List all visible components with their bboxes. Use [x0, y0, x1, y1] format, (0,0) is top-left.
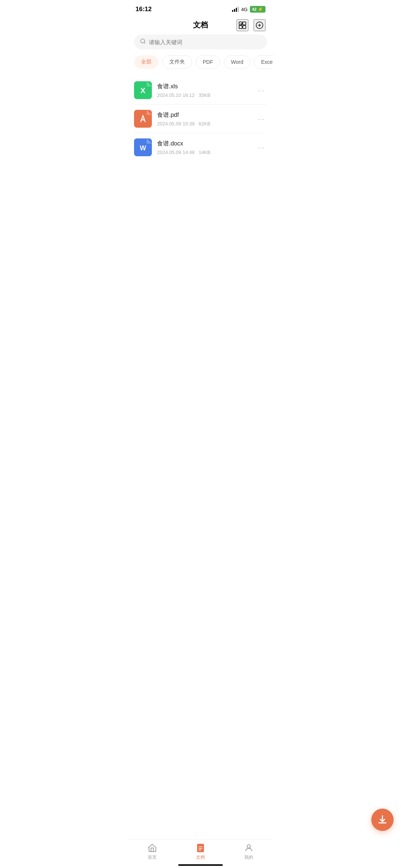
word-file-icon: W	[134, 138, 152, 156]
page-title: 文档	[193, 20, 208, 30]
status-time: 16:12	[136, 6, 151, 13]
battery-lightning-icon: ⚡	[258, 7, 263, 12]
filter-tab-word[interactable]: Word	[224, 55, 250, 69]
svg-rect-1	[243, 22, 246, 25]
file-name-pdf: 食谱.pdf	[157, 111, 255, 119]
file-info-pdf: 食谱.pdf 2024.05.09 15:39 62KB	[157, 111, 255, 127]
file-info-xls: 食谱.xls 2024.05.10 16:12 35KB	[157, 83, 255, 98]
status-right: 4G 42 ⚡	[232, 6, 265, 13]
file-icon-excel: X	[134, 81, 152, 99]
svg-rect-2	[239, 26, 242, 29]
file-more-button-pdf[interactable]: ···	[255, 113, 267, 125]
filter-tab-folder[interactable]: 文件夹	[162, 55, 192, 69]
battery-text: 42	[252, 7, 257, 12]
file-meta-xls: 2024.05.10 16:12 35KB	[157, 92, 255, 98]
file-info-docx: 食谱.docx 2024.05.09 14:48 14KB	[157, 140, 255, 155]
search-icon	[140, 38, 146, 46]
add-button[interactable]	[254, 19, 265, 31]
file-item-docx[interactable]: W 食谱.docx 2024.05.09 14:48 14KB ···	[134, 133, 267, 161]
filter-tab-all[interactable]: 全部	[134, 55, 159, 69]
search-container	[128, 35, 273, 55]
search-input[interactable]	[149, 39, 261, 45]
file-more-button-docx[interactable]: ···	[255, 141, 267, 153]
network-label: 4G	[241, 7, 247, 12]
svg-rect-3	[243, 26, 246, 29]
filter-tab-excel[interactable]: Excel	[254, 55, 273, 69]
svg-point-7	[141, 39, 145, 43]
header-actions	[237, 19, 265, 31]
file-meta-pdf: 2024.05.09 15:39 62KB	[157, 121, 255, 127]
pdf-file-icon	[134, 110, 152, 128]
select-all-icon	[238, 21, 247, 30]
file-name-docx: 食谱.docx	[157, 140, 255, 148]
file-icon-word: W	[134, 138, 152, 156]
file-icon-pdf	[134, 110, 152, 128]
select-all-button[interactable]	[237, 19, 248, 31]
header: 文档	[128, 16, 273, 35]
file-meta-docx: 2024.05.09 14:48 14KB	[157, 150, 255, 155]
status-bar: 16:12 4G 42 ⚡	[128, 0, 273, 16]
filter-tabs: 全部 文件夹 PDF Word Excel	[128, 55, 273, 76]
filter-tab-pdf[interactable]: PDF	[196, 55, 220, 69]
search-bar	[134, 35, 267, 49]
svg-text:X: X	[140, 86, 146, 95]
svg-line-8	[144, 42, 145, 43]
battery-indicator: 42 ⚡	[250, 6, 265, 13]
file-list: X 食谱.xls 2024.05.10 16:12 35KB ··· 食谱.pd…	[128, 76, 273, 161]
file-more-button-xls[interactable]: ···	[255, 84, 267, 96]
file-name-xls: 食谱.xls	[157, 83, 255, 91]
file-item-xls[interactable]: X 食谱.xls 2024.05.10 16:12 35KB ···	[134, 76, 267, 105]
file-item-pdf[interactable]: 食谱.pdf 2024.05.09 15:39 62KB ···	[134, 105, 267, 133]
signal-bars-icon	[232, 7, 239, 12]
add-icon	[255, 21, 264, 30]
excel-file-icon: X	[134, 81, 152, 99]
svg-text:W: W	[140, 144, 146, 152]
